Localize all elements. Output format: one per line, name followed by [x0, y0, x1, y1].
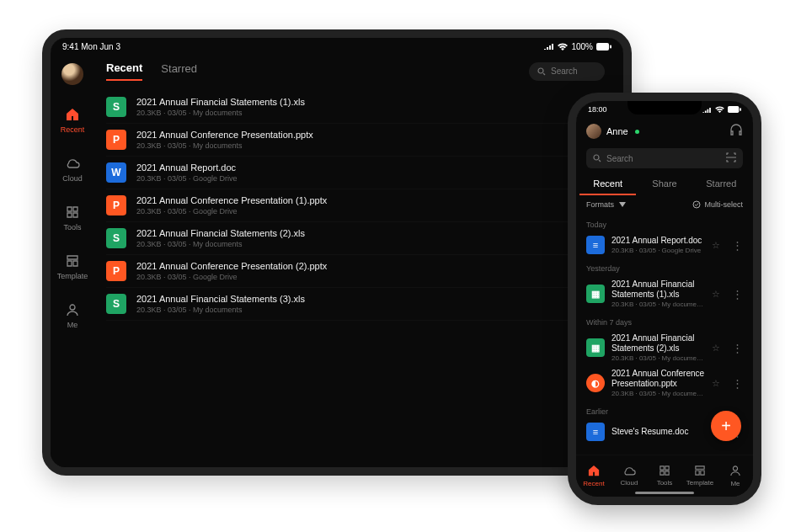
file-meta: 2021 Annual Report.doc20.3KB · 03/05 · G… — [136, 162, 585, 183]
svg-point-5 — [594, 155, 599, 160]
nav-label: Template — [686, 479, 713, 487]
file-subtitle: 20.3KB · 03/05 · My documents — [136, 306, 585, 314]
star-button[interactable]: ☆ — [712, 343, 720, 354]
status-time-date: 9:41 Mon Jun 3 — [62, 42, 120, 51]
avatar[interactable] — [586, 124, 601, 139]
home-icon — [65, 107, 80, 122]
file-row[interactable]: S2021 Annual Financial Statements (3).xl… — [106, 288, 605, 321]
search-icon — [593, 154, 601, 162]
sidebar-item-label: Cloud — [62, 174, 83, 183]
file-row[interactable]: S2021 Annual Financial Statements (1).xl… — [106, 91, 605, 124]
bottom-nav-tools[interactable]: Tools — [647, 455, 682, 497]
sidebar-item-recent[interactable]: Recent — [61, 107, 85, 134]
file-list: S2021 Annual Financial Statements (1).xl… — [106, 91, 605, 321]
phone-header: Anne — [576, 118, 753, 145]
star-button[interactable]: ☆ — [712, 289, 720, 300]
status-dot-icon — [635, 130, 639, 134]
more-button[interactable]: ⋮ — [732, 289, 743, 300]
file-type-icon: P — [106, 261, 126, 281]
search-icon — [537, 67, 546, 76]
phone-tabs: Recent Share Starred — [576, 172, 753, 195]
person-icon — [65, 302, 80, 317]
phone-screen: 18:00 Anne Search Recent Share — [576, 101, 753, 497]
multiselect-button[interactable]: Multi-select — [692, 200, 743, 209]
file-meta: 2021 Annual Conference Presentation.pptx… — [136, 130, 585, 150]
file-meta: 2021 Annual Conference Presentation (2).… — [136, 261, 585, 281]
tablet-device: 9:41 Mon Jun 3 100% — [42, 29, 632, 476]
file-meta: 2021 Annual Report.doc20.3KB · 03/05 · G… — [611, 236, 705, 254]
file-meta: 2021 Annual Conference Presentation.pptx… — [611, 369, 705, 397]
phone-bottom-nav: RecentCloudToolsTemplateMe — [576, 455, 753, 497]
svg-rect-3 — [728, 106, 739, 113]
add-fab[interactable]: + — [711, 411, 741, 441]
file-name: Steve's Resume.doc — [611, 427, 705, 437]
file-row[interactable]: P2021 Annual Conference Presentation.ppt… — [106, 124, 605, 157]
signal-icon — [702, 107, 712, 113]
phone-filter-bar: Formats Multi-select — [576, 195, 753, 214]
sidebar-item-template[interactable]: Template — [57, 253, 88, 280]
tab-starred[interactable]: Starred — [161, 62, 197, 80]
sidebar-item-tools[interactable]: Tools — [63, 205, 81, 231]
tablet-sidebar: Recent Cloud Tools — [51, 55, 94, 467]
tablet-search[interactable]: Search — [529, 62, 605, 81]
file-meta: 2021 Annual Financial Statements (1).xls… — [136, 97, 585, 117]
tab-recent[interactable]: Recent — [106, 61, 142, 81]
file-type-icon: ≡ — [586, 423, 605, 441]
file-name: 2021 Annual Financial Statements (3).xls — [136, 294, 585, 304]
cloud-icon — [65, 156, 80, 171]
tablet-main: Recent Starred Search S2021 Annual Finan… — [94, 55, 623, 467]
file-name: 2021 Annual Financial Statements (1).xls — [136, 97, 585, 107]
more-button[interactable]: ⋮ — [732, 378, 743, 389]
file-row[interactable]: P2021 Annual Conference Presentation (1)… — [106, 189, 605, 222]
avatar[interactable] — [61, 63, 83, 85]
more-button[interactable]: ⋮ — [732, 343, 743, 354]
file-row[interactable]: ▦2021 Annual Financial Statements (1).xl… — [586, 276, 743, 311]
file-name: 2021 Annual Financial Statements (2).xls — [611, 333, 705, 354]
scan-icon[interactable] — [726, 152, 736, 164]
star-button[interactable]: ☆ — [712, 378, 720, 389]
file-row[interactable]: S2021 Annual Financial Statements (2).xl… — [106, 222, 605, 255]
file-type-icon: S — [106, 294, 126, 314]
file-meta: 2021 Annual Financial Statements (2).xls… — [136, 228, 585, 248]
svg-rect-0 — [596, 43, 609, 51]
formats-dropdown[interactable]: Formats — [586, 200, 626, 209]
section-header: Today — [586, 221, 743, 229]
file-row[interactable]: W2021 Annual Report.doc20.3KB · 03/05 · … — [106, 157, 605, 189]
sidebar-item-label: Template — [57, 272, 88, 280]
wifi-icon — [715, 106, 724, 113]
svg-rect-4 — [740, 108, 741, 111]
tab-starred[interactable]: Starred — [693, 172, 750, 195]
grid-icon — [65, 205, 80, 220]
template-icon — [65, 253, 80, 269]
status-indicators: 100% — [544, 42, 611, 51]
file-row[interactable]: ≡2021 Annual Report.doc20.3KB · 03/05 · … — [586, 232, 743, 258]
sidebar-item-me[interactable]: Me — [65, 302, 80, 329]
file-name: 2021 Annual Conference Presentation.pptx — [136, 130, 585, 140]
star-button[interactable]: ☆ — [712, 240, 720, 251]
phone-device: 18:00 Anne Search Recent Share — [568, 93, 761, 505]
file-name: 2021 Annual Report.doc — [136, 162, 585, 173]
tab-recent[interactable]: Recent — [579, 172, 636, 195]
sidebar-item-cloud[interactable]: Cloud — [62, 156, 83, 183]
headset-icon[interactable] — [729, 123, 743, 140]
file-subtitle: 20.3KB · 03/05 · My documentsabcdefgh... — [611, 301, 705, 308]
phone-search[interactable]: Search — [586, 148, 743, 168]
file-row[interactable]: ▦2021 Annual Financial Statements (2).xl… — [586, 330, 743, 365]
file-meta: 2021 Annual Financial Statements (2).xls… — [611, 333, 705, 362]
more-button[interactable]: ⋮ — [732, 240, 743, 251]
phone-notch — [627, 101, 702, 114]
file-type-icon: ▦ — [586, 285, 605, 303]
tablet-tabs: Recent Starred Search — [106, 61, 605, 81]
file-subtitle: 20.3KB · 03/05 · Google Drive — [136, 174, 585, 183]
file-name: 2021 Annual Conference Presentation.pptx — [611, 369, 705, 389]
bottom-nav-recent[interactable]: Recent — [576, 455, 611, 497]
tab-share[interactable]: Share — [636, 172, 692, 195]
bottom-nav-template[interactable]: Template — [682, 455, 718, 497]
file-row[interactable]: ◐2021 Annual Conference Presentation.ppt… — [586, 365, 743, 401]
svg-rect-1 — [610, 45, 611, 48]
signal-icon — [544, 43, 554, 50]
file-row[interactable]: P2021 Annual Conference Presentation (2)… — [106, 255, 605, 288]
bottom-nav-cloud[interactable]: Cloud — [611, 455, 647, 497]
nav-label: Recent — [583, 480, 604, 487]
bottom-nav-me[interactable]: Me — [718, 455, 753, 497]
